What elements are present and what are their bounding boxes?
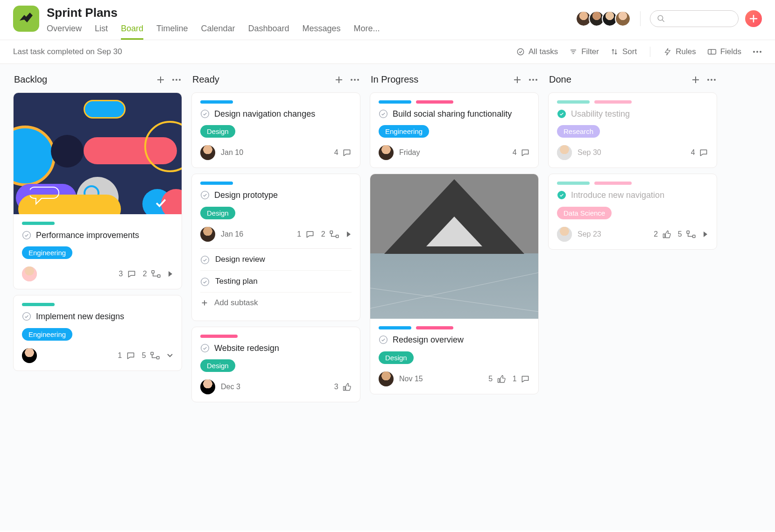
assignee-avatar[interactable] bbox=[379, 145, 394, 160]
comment-count[interactable]: 3 bbox=[119, 269, 136, 279]
play-count[interactable] bbox=[703, 231, 708, 238]
like-count[interactable]: 3 bbox=[334, 382, 352, 392]
comment-count[interactable]: 4 bbox=[513, 148, 530, 157]
check-circle-icon[interactable] bbox=[22, 231, 31, 240]
like-count[interactable]: 2 bbox=[654, 230, 671, 239]
fields-button[interactable]: Fields bbox=[707, 47, 741, 56]
more-button[interactable] bbox=[753, 50, 762, 53]
check-circle-icon[interactable] bbox=[200, 190, 210, 200]
check-circle-icon[interactable] bbox=[200, 255, 210, 265]
column-more-button[interactable] bbox=[172, 75, 181, 84]
card[interactable]: Redesign overview Design Nov 15 5 1 bbox=[370, 174, 539, 394]
tab-list[interactable]: List bbox=[95, 24, 108, 40]
card[interactable]: Performance improvements Engineering 3 2 bbox=[13, 92, 182, 289]
card-footer: Jan 10 4 bbox=[200, 145, 352, 160]
assignee-avatar[interactable] bbox=[200, 227, 215, 242]
add-card-button[interactable] bbox=[691, 75, 700, 84]
subtask-count[interactable]: 2 bbox=[143, 270, 161, 278]
subtasks: Design reviewTesting planAdd subtask bbox=[200, 248, 352, 313]
all-tasks-button[interactable]: All tasks bbox=[516, 47, 558, 56]
add-subtask-label: Add subtask bbox=[214, 298, 258, 308]
subtask[interactable]: Design review bbox=[200, 249, 352, 271]
card-meta: 1 5 bbox=[118, 351, 173, 360]
assignee-avatar[interactable] bbox=[22, 266, 37, 281]
check-circle-icon[interactable] bbox=[200, 343, 210, 353]
card[interactable]: Design prototype Design Jan 16 1 2 Desig… bbox=[191, 174, 360, 321]
card[interactable]: Website redesign Design Dec 3 3 bbox=[191, 327, 360, 402]
assignee-avatar[interactable] bbox=[379, 371, 394, 386]
tab-timeline[interactable]: Timeline bbox=[156, 24, 188, 40]
tab-messages[interactable]: Messages bbox=[303, 24, 341, 40]
comment-count[interactable]: 1 bbox=[513, 374, 530, 384]
card-title-row: Design navigation changes bbox=[200, 108, 352, 119]
card-title: Build social sharing functionality bbox=[393, 108, 512, 119]
tag[interactable]: Design bbox=[379, 351, 414, 364]
assignee-avatar[interactable] bbox=[557, 227, 572, 242]
tag[interactable]: Design bbox=[200, 359, 235, 372]
stripe bbox=[200, 335, 238, 338]
add-subtask-button[interactable]: Add subtask bbox=[200, 293, 352, 313]
check-circle-icon[interactable] bbox=[22, 312, 31, 321]
stripe bbox=[22, 222, 55, 225]
assignee-avatar[interactable] bbox=[200, 379, 215, 394]
card[interactable]: Implement new designs Engineering 1 5 bbox=[13, 295, 182, 371]
comment-count[interactable]: 4 bbox=[691, 148, 708, 157]
subtask-count[interactable]: 5 bbox=[678, 230, 696, 238]
tab-calendar[interactable]: Calendar bbox=[201, 24, 235, 40]
card[interactable]: Design navigation changes Design Jan 10 … bbox=[191, 92, 360, 168]
card[interactable]: Usability testing Research Sep 30 4 bbox=[548, 92, 717, 168]
add-card-button[interactable] bbox=[513, 75, 522, 84]
column-more-button[interactable] bbox=[350, 75, 359, 84]
play-count[interactable] bbox=[346, 231, 352, 238]
tag[interactable]: Engineering bbox=[379, 125, 429, 138]
comment-count[interactable]: 1 bbox=[297, 230, 314, 239]
tag[interactable]: Engineering bbox=[22, 246, 72, 259]
tag[interactable]: Design bbox=[200, 207, 235, 219]
chevron-count[interactable] bbox=[167, 353, 173, 358]
column-more-button[interactable] bbox=[707, 75, 716, 84]
tab-board[interactable]: Board bbox=[121, 24, 143, 40]
tab-overview[interactable]: Overview bbox=[47, 24, 82, 40]
add-card-button[interactable] bbox=[334, 75, 344, 84]
subtask-count[interactable]: 5 bbox=[142, 351, 160, 360]
tag[interactable]: Research bbox=[557, 125, 600, 138]
card-stripes bbox=[379, 100, 530, 104]
like-count[interactable]: 5 bbox=[488, 374, 506, 384]
subtask[interactable]: Testing plan bbox=[200, 271, 352, 293]
play-count[interactable] bbox=[168, 271, 173, 277]
sort-button[interactable]: Sort bbox=[610, 47, 637, 56]
add-card-button[interactable] bbox=[156, 75, 165, 84]
due-date: Jan 16 bbox=[221, 230, 291, 238]
filter-button[interactable]: Filter bbox=[569, 47, 599, 56]
comment-count[interactable]: 1 bbox=[118, 351, 135, 360]
assignee-avatar[interactable] bbox=[557, 145, 572, 160]
rules-button[interactable]: Rules bbox=[663, 47, 696, 56]
tag[interactable]: Design bbox=[200, 125, 235, 138]
comment-count[interactable]: 4 bbox=[334, 148, 352, 157]
check-circle-icon[interactable] bbox=[379, 109, 388, 119]
tag[interactable]: Data Science bbox=[557, 207, 612, 219]
avatar[interactable] bbox=[615, 11, 631, 27]
tag[interactable]: Engineering bbox=[22, 328, 72, 341]
tab-dashboard[interactable]: Dashboard bbox=[248, 24, 289, 40]
assignee-avatar[interactable] bbox=[22, 348, 37, 363]
card[interactable]: Build social sharing functionality Engin… bbox=[370, 92, 539, 168]
tab-more[interactable]: More... bbox=[354, 24, 380, 40]
column-more-button[interactable] bbox=[528, 75, 538, 84]
check-circle-icon[interactable] bbox=[200, 277, 210, 287]
card[interactable]: Introduce new navigation Data Science Se… bbox=[548, 174, 717, 249]
card-stripes bbox=[200, 182, 352, 185]
add-button[interactable] bbox=[745, 10, 762, 27]
check-circle-icon[interactable] bbox=[379, 335, 388, 344]
card-stripes bbox=[200, 335, 352, 338]
card-title: Redesign overview bbox=[393, 334, 464, 345]
check-circle-icon[interactable] bbox=[557, 109, 566, 119]
stripe bbox=[594, 100, 632, 104]
member-avatars[interactable] bbox=[576, 11, 631, 27]
column-header: Backlog bbox=[13, 74, 182, 85]
assignee-avatar[interactable] bbox=[200, 145, 215, 160]
check-circle-icon[interactable] bbox=[200, 109, 210, 119]
check-circle-icon[interactable] bbox=[557, 190, 566, 200]
search-input[interactable] bbox=[650, 10, 739, 27]
subtask-count[interactable]: 2 bbox=[321, 230, 339, 238]
